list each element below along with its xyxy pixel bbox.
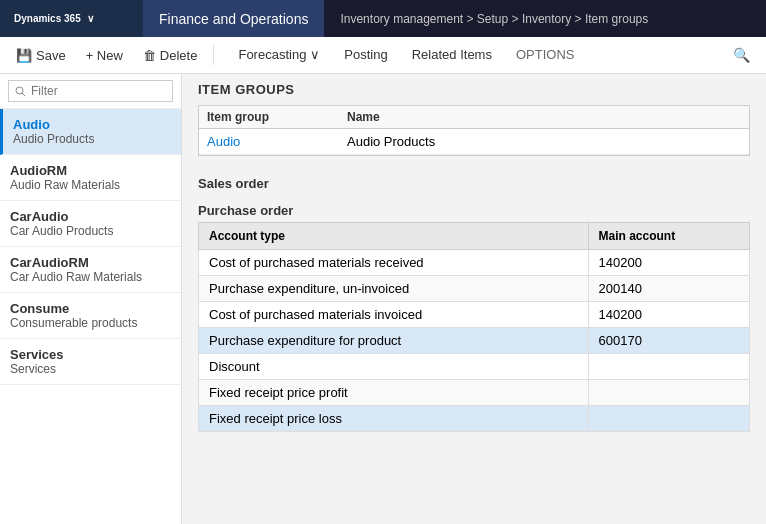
item-groups-table: Item group Name Audio Audio Products <box>198 105 750 156</box>
main-account-cell <box>588 406 750 432</box>
detail-sections: Sales order Purchase order Account type … <box>182 168 766 448</box>
table-row[interactable]: Cost of purchased materials received1402… <box>199 250 750 276</box>
separator <box>213 45 214 65</box>
nav-tabs: Forecasting ∨ Posting Related Items OPTI… <box>226 41 586 70</box>
chevron-down-icon: ∨ <box>310 47 320 62</box>
dynamics-label: Dynamics 365 <box>14 13 81 24</box>
delete-icon: 🗑 <box>143 48 156 63</box>
breadcrumb: Inventory management > Setup > Inventory… <box>324 0 766 37</box>
content-area: ITEM GROUPS Item group Name Audio Audio … <box>182 74 766 524</box>
ig-group-value[interactable]: Audio <box>199 129 339 154</box>
table-row[interactable]: Fixed receipt price loss <box>199 406 750 432</box>
sidebar-item-consume[interactable]: Consume Consumerable products <box>0 293 181 339</box>
table-row[interactable]: Purchase expenditure, un-invoiced200140 <box>199 276 750 302</box>
ig-col-group: Item group <box>199 106 339 128</box>
ig-header-row: Item group Name <box>199 106 749 129</box>
table-row[interactable]: Fixed receipt price profit <box>199 380 750 406</box>
top-bar: Dynamics 365 ∨ Finance and Operations In… <box>0 0 766 37</box>
dynamics-brand[interactable]: Dynamics 365 ∨ <box>0 0 143 37</box>
main-account-cell: 140200 <box>588 250 750 276</box>
sidebar-item-caraudioRM[interactable]: CarAudioRM Car Audio Raw Materials <box>0 247 181 293</box>
sidebar-filter-area <box>0 74 181 109</box>
save-button[interactable]: 💾 Save <box>8 44 74 67</box>
sidebar-item-audio[interactable]: Audio Audio Products <box>0 109 181 155</box>
main-account-cell <box>588 380 750 406</box>
save-icon: 💾 <box>16 48 32 63</box>
main-layout: Audio Audio Products AudioRM Audio Raw M… <box>0 74 766 524</box>
account-type-cell: Fixed receipt price profit <box>199 380 589 406</box>
account-type-cell: Cost of purchased materials invoiced <box>199 302 589 328</box>
table-row[interactable]: Discount <box>199 354 750 380</box>
main-account-cell <box>588 354 750 380</box>
tab-posting[interactable]: Posting <box>332 41 399 70</box>
ig-name-value: Audio Products <box>339 129 749 154</box>
table-row[interactable]: Purchase expenditure for product600170 <box>199 328 750 354</box>
account-type-cell: Purchase expenditure for product <box>199 328 589 354</box>
filter-input[interactable] <box>8 80 173 102</box>
main-account-cell: 600170 <box>588 328 750 354</box>
app-name: Finance and Operations <box>143 0 324 37</box>
action-bar: 💾 Save + New 🗑 Delete Forecasting ∨ Post… <box>0 37 766 74</box>
item-groups-section: ITEM GROUPS Item group Name Audio Audio … <box>182 74 766 168</box>
sidebar-list: Audio Audio Products AudioRM Audio Raw M… <box>0 109 181 524</box>
main-account-cell: 200140 <box>588 276 750 302</box>
delete-button[interactable]: 🗑 Delete <box>135 44 206 67</box>
sidebar-item-caraudio[interactable]: CarAudio Car Audio Products <box>0 201 181 247</box>
ig-data-row: Audio Audio Products <box>199 129 749 155</box>
account-type-cell: Discount <box>199 354 589 380</box>
new-button[interactable]: + New <box>78 44 131 67</box>
item-groups-title: ITEM GROUPS <box>198 82 750 97</box>
posting-table: Account type Main account Cost of purcha… <box>198 222 750 432</box>
tab-forecasting[interactable]: Forecasting ∨ <box>226 41 332 70</box>
sidebar-item-services[interactable]: Services Services <box>0 339 181 385</box>
tab-options[interactable]: OPTIONS <box>504 41 587 70</box>
col-main-account: Main account <box>588 223 750 250</box>
purchase-order-section[interactable]: Purchase order <box>198 195 750 222</box>
col-account-type: Account type <box>199 223 589 250</box>
sidebar-item-audiorm[interactable]: AudioRM Audio Raw Materials <box>0 155 181 201</box>
sales-order-section[interactable]: Sales order <box>198 168 750 195</box>
ig-col-name: Name <box>339 106 749 128</box>
table-row[interactable]: Cost of purchased materials invoiced1402… <box>199 302 750 328</box>
search-button[interactable]: 🔍 <box>725 43 758 67</box>
dynamics-arrow: ∨ <box>87 13 94 24</box>
search-icon: 🔍 <box>733 47 750 63</box>
main-account-cell: 140200 <box>588 302 750 328</box>
account-type-cell: Fixed receipt price loss <box>199 406 589 432</box>
account-type-cell: Cost of purchased materials received <box>199 250 589 276</box>
tab-related-items[interactable]: Related Items <box>400 41 504 70</box>
account-type-cell: Purchase expenditure, un-invoiced <box>199 276 589 302</box>
sidebar: Audio Audio Products AudioRM Audio Raw M… <box>0 74 182 524</box>
